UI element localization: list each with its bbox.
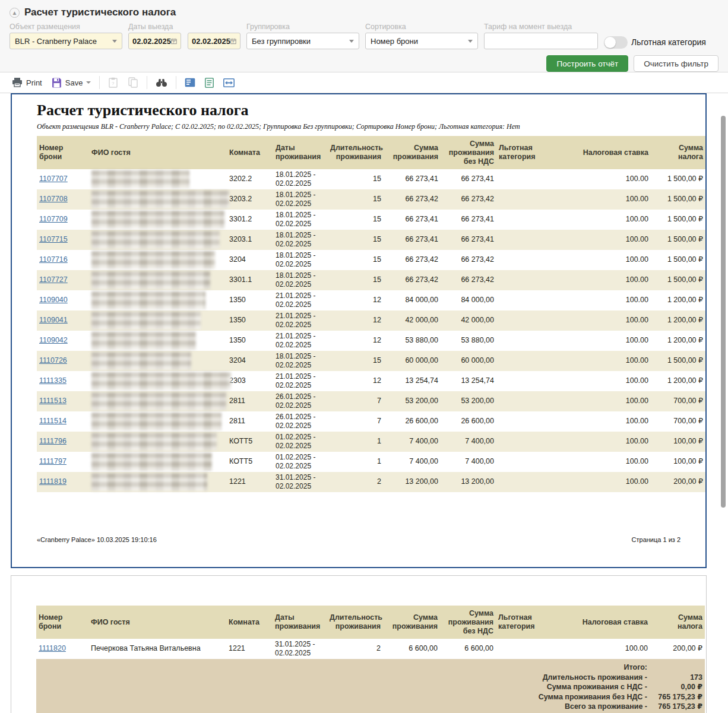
guest-name-redacted — [91, 433, 217, 451]
column-header: Сумма проживания без НДС — [440, 606, 496, 639]
stay-sum: 7 400,00 — [384, 432, 441, 452]
room: 3204 — [227, 351, 273, 371]
sorting-select[interactable]: Номер брони — [365, 33, 478, 49]
tax-rate: 100.00 — [568, 189, 651, 210]
search-button[interactable] — [151, 75, 172, 90]
booking-link[interactable]: 1107708 — [39, 195, 68, 203]
room: 1350 — [227, 290, 273, 310]
property-label: Объект размещения — [10, 23, 122, 33]
report-title: Расчет туристического налога — [37, 102, 680, 119]
toolbar-separator — [176, 76, 176, 89]
booking-link[interactable]: 1110726 — [39, 356, 67, 365]
dates-field: Даты выезда 02.02.2025 7 02.02.2025 — [128, 23, 240, 49]
column-header: Сумма проживания — [384, 136, 441, 169]
stay-dates: 18.01.2025 - 02.02.2025 — [273, 250, 328, 270]
nights: 12 — [328, 290, 384, 310]
tax-sum: 200,00 ₽ — [650, 639, 705, 659]
print-label: Print — [26, 78, 42, 87]
guest-name-redacted — [91, 473, 207, 491]
discount-category-toggle[interactable] — [604, 36, 628, 49]
booking-link[interactable]: 1111335 — [39, 376, 67, 385]
calendar-icon: 7 — [230, 37, 236, 45]
copy-button[interactable] — [123, 75, 143, 90]
booking-link[interactable]: 1109040 — [39, 296, 68, 304]
filter-panel: ▲ Расчет туристического налога Объект ра… — [0, 0, 728, 72]
tax-rate: 100.00 — [568, 472, 651, 492]
clear-filter-button[interactable]: Очистить фильтр — [634, 55, 718, 72]
nights: 15 — [328, 250, 384, 270]
stay-sum-no-vat: 7 400,00 — [441, 432, 496, 452]
property-select[interactable]: BLR - Cranberry Palace — [10, 33, 122, 49]
stay-sum: 6 600,00 — [383, 639, 440, 659]
booking-link[interactable]: 1107727 — [39, 275, 68, 284]
stay-sum: 84 000,00 — [384, 290, 441, 310]
stay-sum: 66 273,41 — [384, 230, 441, 250]
vertical-scrollbar[interactable] — [721, 116, 726, 508]
booking-link[interactable]: 1107716 — [39, 255, 68, 264]
grouping-value: Без группировки — [252, 37, 311, 46]
stay-dates: 26.01.2025 - 02.02.2025 — [273, 411, 328, 432]
guest-name-redacted — [91, 271, 210, 289]
booking-link[interactable]: 1107715 — [39, 235, 68, 243]
booking-link[interactable]: 1107707 — [39, 175, 68, 183]
totals-line: Сумма проживания с НДС -0,00 ₽ — [39, 682, 702, 692]
build-report-button[interactable]: Построить отчёт — [546, 55, 628, 72]
save-button[interactable]: Save — [47, 75, 96, 90]
stay-sum-no-vat: 66 273,42 — [441, 270, 496, 290]
guest-name-redacted — [91, 413, 221, 430]
column-header: Льготная категория — [496, 606, 567, 639]
booking-link[interactable]: 1111796 — [39, 437, 67, 445]
stay-dates: 31.01.2025 - 02.02.2025 — [273, 639, 327, 659]
grouping-label: Группировка — [246, 23, 359, 33]
room: 3202.2 — [227, 169, 273, 189]
guest-name-redacted — [91, 392, 226, 410]
nights: 7 — [328, 391, 384, 411]
table-row: 11077273301.118.01.2025 - 02.02.20251566… — [37, 270, 705, 290]
table-row: 1111796КОТТ501.02.2025 - 02.02.202517 40… — [37, 432, 705, 452]
stay-sum: 66 273,42 — [384, 270, 441, 290]
booking-link[interactable]: 1107709 — [39, 215, 68, 223]
discount-category — [496, 391, 568, 411]
date-from-value: 02.02.2025 — [132, 37, 171, 46]
page-footer: «Cranberry Palace» 10.03.2025 19:10:16 С… — [37, 536, 680, 543]
fit-width-button[interactable] — [219, 76, 239, 90]
page-number: Страница 1 из 2 — [632, 536, 680, 543]
date-to-input[interactable]: 02.02.2025 7 — [188, 33, 240, 49]
booking-link[interactable]: 1111514 — [39, 417, 67, 425]
stay-sum: 66 273,42 — [384, 250, 441, 270]
booking-link[interactable]: 1111797 — [39, 457, 67, 465]
stay-sum: 66 273,42 — [384, 189, 441, 210]
booking-link[interactable]: 1111513 — [39, 397, 67, 405]
column-header: Даты проживания — [273, 606, 327, 639]
tax-sum: 200,00 ₽ — [651, 472, 705, 492]
stay-sum-no-vat: 66 273,42 — [441, 250, 496, 270]
stay-dates: 18.01.2025 - 02.02.2025 — [273, 210, 328, 230]
grouping-select[interactable]: Без группировки — [246, 33, 359, 49]
paste-button[interactable]: ? — [103, 75, 123, 90]
tariff-input[interactable] — [484, 33, 598, 49]
nights: 15 — [328, 210, 384, 230]
room: 3301.1 — [227, 270, 273, 290]
totals-label: Длительность проживания - — [543, 673, 647, 683]
parameters-panel-button[interactable] — [180, 75, 200, 90]
booking-link[interactable]: 1111820 — [39, 644, 66, 652]
tax-rate: 100.00 — [568, 411, 651, 432]
report-page-2: Номер брониФИО гостяКомнатаДаты проживан… — [11, 575, 707, 713]
collapse-panel-icon[interactable]: ▲ — [10, 8, 20, 18]
tax-sum: 100,00 ₽ — [651, 452, 705, 472]
booking-link[interactable]: 1109041 — [39, 316, 68, 324]
nights: 15 — [328, 270, 384, 290]
totals-value: 765 175,23 ₽ — [647, 692, 702, 702]
dates-label: Даты выезда — [128, 23, 240, 33]
discount-category — [496, 189, 568, 210]
date-from-input[interactable]: 02.02.2025 7 — [128, 33, 181, 49]
guest-name-redacted — [91, 251, 215, 269]
booking-link[interactable]: 1111819 — [39, 477, 67, 486]
booking-link[interactable]: 1109042 — [39, 336, 68, 344]
stay-sum: 7 400,00 — [384, 452, 441, 472]
print-button[interactable]: Print — [7, 75, 47, 90]
table-row: 11077093301.218.01.2025 - 02.02.20251566… — [37, 210, 705, 230]
column-header: Сумма налога — [651, 136, 705, 169]
table-row: 1109040135021.01.2025 - 02.02.20251284 0… — [37, 290, 705, 310]
document-map-button[interactable] — [200, 75, 219, 90]
